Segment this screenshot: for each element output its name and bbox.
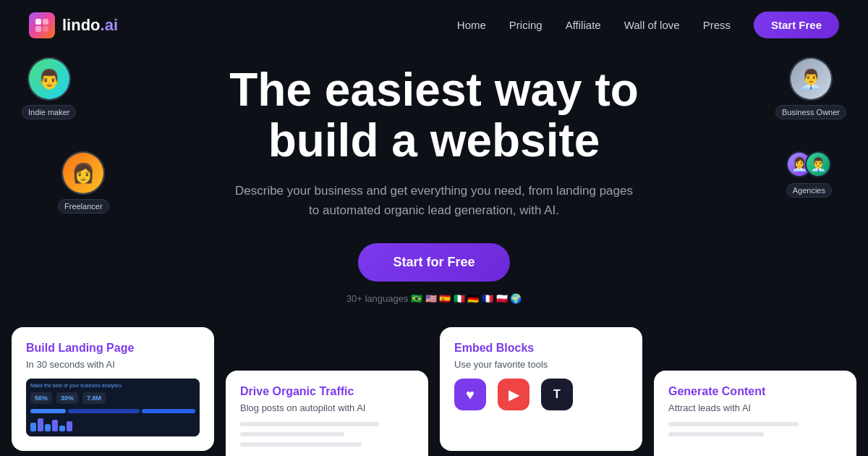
- card-drive-traffic: Drive Organic Traffic Blog posts on auto…: [226, 371, 428, 456]
- nav-links: Home Pricing Affiliate Wall of love Pres…: [457, 12, 839, 38]
- avatar-business-owner-image: 👨‍💼: [789, 57, 833, 101]
- nav-home[interactable]: Home: [457, 19, 486, 31]
- embed-icon-heart: ♥: [454, 379, 486, 410]
- nav-press[interactable]: Press: [703, 19, 731, 31]
- card-build-landing: Build Landing Page In 30 seconds with AI…: [12, 327, 214, 451]
- svg-rect-0: [35, 19, 41, 25]
- avatar-agencies-image-2: 👨‍💼: [805, 151, 831, 177]
- hero-start-free-button[interactable]: Start for Free: [358, 243, 509, 282]
- embed-icon-t: T: [541, 379, 573, 410]
- nav-affiliate[interactable]: Affiliate: [566, 19, 601, 31]
- logo[interactable]: lindo.ai: [29, 12, 118, 38]
- avatar-freelancer-label: Freelancer: [58, 199, 109, 214]
- svg-rect-2: [35, 26, 41, 32]
- nav-wall-of-love[interactable]: Wall of love: [624, 19, 680, 31]
- card-generate-content-title: Generate Content: [668, 385, 842, 398]
- card-drive-traffic-title: Drive Organic Traffic: [240, 385, 414, 398]
- avatar-agencies: 👩‍💼 👨‍💼 Agencies: [786, 151, 832, 198]
- card-build-landing-title: Build Landing Page: [26, 342, 200, 355]
- avatar-agencies-label: Agencies: [786, 183, 832, 198]
- avatar-business-owner: 👨‍💼 Business Owner: [775, 57, 846, 119]
- card-build-landing-preview: Make the best of your business analytics…: [26, 379, 200, 436]
- avatar-freelancer-image: 👩: [61, 151, 105, 195]
- card-build-landing-subtitle: In 30 seconds with AI: [26, 359, 200, 370]
- nav-pricing[interactable]: Pricing: [509, 19, 542, 31]
- hero-subtitle: Describe your business and get everythin…: [231, 181, 637, 220]
- svg-rect-3: [43, 26, 48, 32]
- logo-text: lindo.ai: [62, 16, 118, 35]
- avatar-freelancer: 👩 Freelancer: [58, 151, 109, 214]
- navbar: lindo.ai Home Pricing Affiliate Wall of …: [0, 0, 868, 50]
- embed-icons-row: ♥ ▶ T: [454, 379, 628, 410]
- svg-rect-1: [43, 19, 48, 25]
- card-embed-blocks: Embed Blocks Use your favorite tools ♥ ▶…: [440, 327, 642, 451]
- navbar-start-free-button[interactable]: Start Free: [754, 12, 839, 38]
- hero-section: 👨 Indie maker 👩 Freelancer 👨‍💼 Business …: [0, 50, 868, 321]
- card-drive-traffic-subtitle: Blog posts on autopilot with AI: [240, 402, 414, 413]
- logo-icon: [29, 12, 55, 38]
- avatar-indie-maker: 👨 Indie maker: [22, 57, 76, 119]
- card-generate-content: Generate Content Attract leads with AI: [654, 371, 856, 456]
- feature-cards: Build Landing Page In 30 seconds with AI…: [0, 327, 868, 451]
- hero-title: The easiest way to build a website: [229, 64, 639, 166]
- card-embed-blocks-title: Embed Blocks: [454, 342, 628, 355]
- card-generate-content-subtitle: Attract leads with AI: [668, 402, 842, 413]
- avatar-indie-maker-label: Indie maker: [22, 105, 76, 119]
- card-embed-blocks-subtitle: Use your favorite tools: [454, 359, 628, 370]
- avatar-indie-maker-image: 👨: [27, 57, 71, 101]
- hero-languages: 30+ languages 🇧🇷 🇺🇸 🇪🇸 🇮🇹 🇩🇪 🇫🇷 🇵🇱 🌍: [346, 293, 522, 304]
- avatar-business-owner-label: Business Owner: [775, 105, 846, 119]
- embed-icon-youtube: ▶: [498, 379, 529, 410]
